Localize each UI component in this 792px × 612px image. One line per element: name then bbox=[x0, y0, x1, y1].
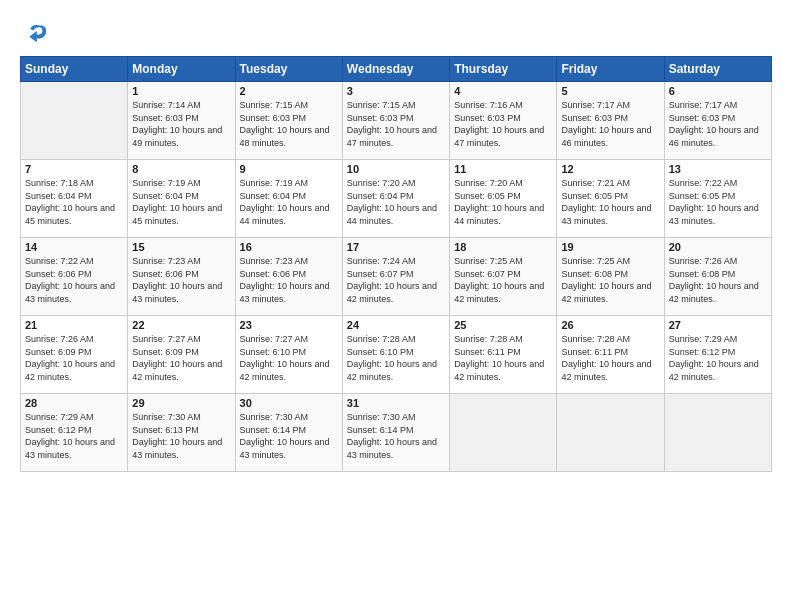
header-cell: Sunday bbox=[21, 57, 128, 82]
calendar-day-cell: 17Sunrise: 7:24 AM Sunset: 6:07 PM Dayli… bbox=[342, 238, 449, 316]
header-cell: Wednesday bbox=[342, 57, 449, 82]
day-info: Sunrise: 7:20 AM Sunset: 6:04 PM Dayligh… bbox=[347, 177, 445, 227]
calendar-day-cell: 3Sunrise: 7:15 AM Sunset: 6:03 PM Daylig… bbox=[342, 82, 449, 160]
calendar-day-cell: 1Sunrise: 7:14 AM Sunset: 6:03 PM Daylig… bbox=[128, 82, 235, 160]
calendar-day-cell: 10Sunrise: 7:20 AM Sunset: 6:04 PM Dayli… bbox=[342, 160, 449, 238]
day-number: 3 bbox=[347, 85, 445, 97]
calendar-day-cell: 13Sunrise: 7:22 AM Sunset: 6:05 PM Dayli… bbox=[664, 160, 771, 238]
day-info: Sunrise: 7:25 AM Sunset: 6:08 PM Dayligh… bbox=[561, 255, 659, 305]
day-info: Sunrise: 7:26 AM Sunset: 6:09 PM Dayligh… bbox=[25, 333, 123, 383]
logo-icon bbox=[20, 18, 48, 46]
calendar-day-cell: 31Sunrise: 7:30 AM Sunset: 6:14 PM Dayli… bbox=[342, 394, 449, 472]
calendar-day-cell: 28Sunrise: 7:29 AM Sunset: 6:12 PM Dayli… bbox=[21, 394, 128, 472]
day-number: 15 bbox=[132, 241, 230, 253]
calendar-day-cell: 8Sunrise: 7:19 AM Sunset: 6:04 PM Daylig… bbox=[128, 160, 235, 238]
day-info: Sunrise: 7:21 AM Sunset: 6:05 PM Dayligh… bbox=[561, 177, 659, 227]
header-cell: Saturday bbox=[664, 57, 771, 82]
day-number: 31 bbox=[347, 397, 445, 409]
day-number: 21 bbox=[25, 319, 123, 331]
day-info: Sunrise: 7:28 AM Sunset: 6:11 PM Dayligh… bbox=[561, 333, 659, 383]
header-cell: Thursday bbox=[450, 57, 557, 82]
day-info: Sunrise: 7:23 AM Sunset: 6:06 PM Dayligh… bbox=[240, 255, 338, 305]
day-info: Sunrise: 7:29 AM Sunset: 6:12 PM Dayligh… bbox=[669, 333, 767, 383]
day-info: Sunrise: 7:19 AM Sunset: 6:04 PM Dayligh… bbox=[240, 177, 338, 227]
day-number: 29 bbox=[132, 397, 230, 409]
calendar-table: SundayMondayTuesdayWednesdayThursdayFrid… bbox=[20, 56, 772, 472]
calendar-day-cell: 11Sunrise: 7:20 AM Sunset: 6:05 PM Dayli… bbox=[450, 160, 557, 238]
calendar-day-cell: 6Sunrise: 7:17 AM Sunset: 6:03 PM Daylig… bbox=[664, 82, 771, 160]
calendar-day-cell: 29Sunrise: 7:30 AM Sunset: 6:13 PM Dayli… bbox=[128, 394, 235, 472]
day-number: 11 bbox=[454, 163, 552, 175]
day-number: 5 bbox=[561, 85, 659, 97]
day-number: 23 bbox=[240, 319, 338, 331]
logo bbox=[20, 18, 52, 46]
calendar-day-cell: 2Sunrise: 7:15 AM Sunset: 6:03 PM Daylig… bbox=[235, 82, 342, 160]
calendar-day-cell: 9Sunrise: 7:19 AM Sunset: 6:04 PM Daylig… bbox=[235, 160, 342, 238]
day-info: Sunrise: 7:16 AM Sunset: 6:03 PM Dayligh… bbox=[454, 99, 552, 149]
day-number: 24 bbox=[347, 319, 445, 331]
day-number: 22 bbox=[132, 319, 230, 331]
day-info: Sunrise: 7:30 AM Sunset: 6:14 PM Dayligh… bbox=[240, 411, 338, 461]
calendar-day-cell: 24Sunrise: 7:28 AM Sunset: 6:10 PM Dayli… bbox=[342, 316, 449, 394]
calendar-week-row: 1Sunrise: 7:14 AM Sunset: 6:03 PM Daylig… bbox=[21, 82, 772, 160]
day-info: Sunrise: 7:28 AM Sunset: 6:10 PM Dayligh… bbox=[347, 333, 445, 383]
header-cell: Monday bbox=[128, 57, 235, 82]
calendar-day-cell: 19Sunrise: 7:25 AM Sunset: 6:08 PM Dayli… bbox=[557, 238, 664, 316]
day-info: Sunrise: 7:26 AM Sunset: 6:08 PM Dayligh… bbox=[669, 255, 767, 305]
day-info: Sunrise: 7:18 AM Sunset: 6:04 PM Dayligh… bbox=[25, 177, 123, 227]
calendar-day-cell: 15Sunrise: 7:23 AM Sunset: 6:06 PM Dayli… bbox=[128, 238, 235, 316]
calendar-header: SundayMondayTuesdayWednesdayThursdayFrid… bbox=[21, 57, 772, 82]
calendar-week-row: 7Sunrise: 7:18 AM Sunset: 6:04 PM Daylig… bbox=[21, 160, 772, 238]
day-number: 30 bbox=[240, 397, 338, 409]
header-cell: Tuesday bbox=[235, 57, 342, 82]
calendar-day-cell bbox=[450, 394, 557, 472]
calendar-day-cell: 4Sunrise: 7:16 AM Sunset: 6:03 PM Daylig… bbox=[450, 82, 557, 160]
calendar-week-row: 21Sunrise: 7:26 AM Sunset: 6:09 PM Dayli… bbox=[21, 316, 772, 394]
day-info: Sunrise: 7:19 AM Sunset: 6:04 PM Dayligh… bbox=[132, 177, 230, 227]
day-number: 17 bbox=[347, 241, 445, 253]
page-container: SundayMondayTuesdayWednesdayThursdayFrid… bbox=[0, 0, 792, 612]
calendar-day-cell: 5Sunrise: 7:17 AM Sunset: 6:03 PM Daylig… bbox=[557, 82, 664, 160]
day-number: 18 bbox=[454, 241, 552, 253]
calendar-day-cell: 7Sunrise: 7:18 AM Sunset: 6:04 PM Daylig… bbox=[21, 160, 128, 238]
calendar-day-cell: 30Sunrise: 7:30 AM Sunset: 6:14 PM Dayli… bbox=[235, 394, 342, 472]
day-info: Sunrise: 7:28 AM Sunset: 6:11 PM Dayligh… bbox=[454, 333, 552, 383]
day-number: 16 bbox=[240, 241, 338, 253]
day-number: 9 bbox=[240, 163, 338, 175]
calendar-day-cell bbox=[557, 394, 664, 472]
header-row: SundayMondayTuesdayWednesdayThursdayFrid… bbox=[21, 57, 772, 82]
day-info: Sunrise: 7:30 AM Sunset: 6:14 PM Dayligh… bbox=[347, 411, 445, 461]
day-number: 14 bbox=[25, 241, 123, 253]
calendar-week-row: 14Sunrise: 7:22 AM Sunset: 6:06 PM Dayli… bbox=[21, 238, 772, 316]
day-number: 7 bbox=[25, 163, 123, 175]
day-info: Sunrise: 7:27 AM Sunset: 6:09 PM Dayligh… bbox=[132, 333, 230, 383]
calendar-day-cell: 22Sunrise: 7:27 AM Sunset: 6:09 PM Dayli… bbox=[128, 316, 235, 394]
calendar-day-cell: 27Sunrise: 7:29 AM Sunset: 6:12 PM Dayli… bbox=[664, 316, 771, 394]
day-number: 4 bbox=[454, 85, 552, 97]
day-number: 8 bbox=[132, 163, 230, 175]
calendar-day-cell: 25Sunrise: 7:28 AM Sunset: 6:11 PM Dayli… bbox=[450, 316, 557, 394]
day-info: Sunrise: 7:24 AM Sunset: 6:07 PM Dayligh… bbox=[347, 255, 445, 305]
calendar-body: 1Sunrise: 7:14 AM Sunset: 6:03 PM Daylig… bbox=[21, 82, 772, 472]
calendar-week-row: 28Sunrise: 7:29 AM Sunset: 6:12 PM Dayli… bbox=[21, 394, 772, 472]
calendar-day-cell: 16Sunrise: 7:23 AM Sunset: 6:06 PM Dayli… bbox=[235, 238, 342, 316]
day-number: 12 bbox=[561, 163, 659, 175]
day-number: 20 bbox=[669, 241, 767, 253]
calendar-day-cell bbox=[21, 82, 128, 160]
day-number: 25 bbox=[454, 319, 552, 331]
header bbox=[20, 18, 772, 46]
day-number: 2 bbox=[240, 85, 338, 97]
day-info: Sunrise: 7:20 AM Sunset: 6:05 PM Dayligh… bbox=[454, 177, 552, 227]
day-info: Sunrise: 7:15 AM Sunset: 6:03 PM Dayligh… bbox=[240, 99, 338, 149]
day-number: 10 bbox=[347, 163, 445, 175]
calendar-day-cell: 12Sunrise: 7:21 AM Sunset: 6:05 PM Dayli… bbox=[557, 160, 664, 238]
day-info: Sunrise: 7:22 AM Sunset: 6:06 PM Dayligh… bbox=[25, 255, 123, 305]
day-number: 13 bbox=[669, 163, 767, 175]
day-number: 6 bbox=[669, 85, 767, 97]
calendar-day-cell: 14Sunrise: 7:22 AM Sunset: 6:06 PM Dayli… bbox=[21, 238, 128, 316]
day-info: Sunrise: 7:23 AM Sunset: 6:06 PM Dayligh… bbox=[132, 255, 230, 305]
day-info: Sunrise: 7:30 AM Sunset: 6:13 PM Dayligh… bbox=[132, 411, 230, 461]
day-info: Sunrise: 7:29 AM Sunset: 6:12 PM Dayligh… bbox=[25, 411, 123, 461]
day-number: 27 bbox=[669, 319, 767, 331]
calendar-day-cell: 20Sunrise: 7:26 AM Sunset: 6:08 PM Dayli… bbox=[664, 238, 771, 316]
